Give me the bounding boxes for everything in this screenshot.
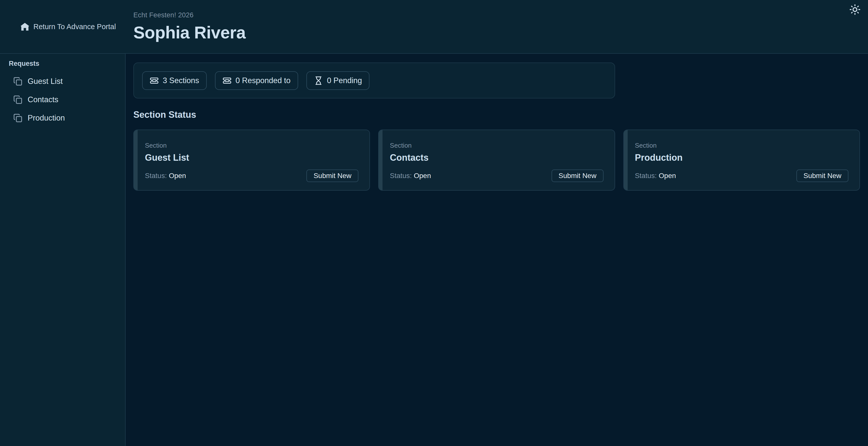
section-card-contacts: Section Contacts Status:Open Submit New: [378, 130, 615, 191]
submit-new-button[interactable]: Submit New: [797, 169, 848, 182]
return-link-label: Return To Advance Portal: [33, 23, 116, 31]
status-value: Open: [414, 172, 431, 180]
status-value: Open: [659, 172, 676, 180]
sidebar-section-label: Requests: [9, 60, 125, 68]
pending-count-label: 0 Pending: [327, 76, 362, 85]
stats-summary-card: 3 Sections 0 Responded to 0 Pending: [133, 63, 615, 98]
ticket-icon: [222, 76, 231, 85]
sidebar: Requests Guest List Contacts: [0, 54, 126, 446]
card-title: Production: [635, 153, 848, 163]
sidebar-item-contacts[interactable]: Contacts: [9, 90, 125, 109]
card-status: Status:Open: [635, 172, 676, 180]
card-bottom-row: Status:Open Submit New: [635, 169, 848, 182]
section-cards-grid: Section Guest List Status:Open Submit Ne…: [133, 130, 860, 191]
top-bar-left: Return To Advance Portal: [0, 0, 126, 53]
section-card-production: Section Production Status:Open Submit Ne…: [623, 130, 860, 191]
status-label: Status:: [390, 172, 412, 180]
sidebar-item-label: Guest List: [28, 77, 63, 86]
status-label: Status:: [635, 172, 657, 180]
page-title: Sophia Rivera: [133, 23, 868, 42]
card-kicker: Section: [635, 141, 848, 150]
card-status: Status:Open: [145, 172, 186, 180]
card-bottom-row: Status:Open Submit New: [390, 169, 603, 182]
card-bottom-row: Status:Open Submit New: [145, 169, 359, 182]
responded-count-chip[interactable]: 0 Responded to: [215, 71, 298, 90]
main-content: 3 Sections 0 Responded to 0 Pending: [126, 54, 868, 446]
sections-count-label: 3 Sections: [163, 76, 199, 85]
card-accent-bar: [379, 130, 382, 190]
card-title: Contacts: [390, 153, 603, 163]
sun-icon: [849, 4, 861, 15]
theme-toggle-button[interactable]: [848, 3, 862, 16]
submit-new-button[interactable]: Submit New: [552, 169, 603, 182]
status-value: Open: [169, 172, 186, 180]
sidebar-item-label: Contacts: [28, 95, 58, 104]
pending-count-chip[interactable]: 0 Pending: [306, 71, 370, 90]
card-kicker: Section: [145, 141, 359, 150]
sidebar-nav-list: Guest List Contacts Production: [9, 72, 125, 127]
sidebar-item-guest-list[interactable]: Guest List: [9, 72, 125, 90]
sidebar-item-production[interactable]: Production: [9, 109, 125, 127]
card-title: Guest List: [145, 153, 359, 163]
return-to-portal-link[interactable]: Return To Advance Portal: [20, 22, 116, 31]
event-name: Echt Feesten! 2026: [133, 11, 868, 19]
top-bar: Return To Advance Portal Echt Feesten! 2…: [0, 0, 868, 54]
responded-count-label: 0 Responded to: [236, 76, 290, 85]
copy-icon: [13, 114, 22, 123]
submit-new-button[interactable]: Submit New: [306, 169, 359, 182]
sections-count-chip[interactable]: 3 Sections: [142, 71, 207, 90]
section-status-heading: Section Status: [133, 109, 860, 120]
copy-icon: [13, 95, 22, 104]
ticket-icon: [150, 76, 159, 85]
section-card-guest-list: Section Guest List Status:Open Submit Ne…: [133, 130, 370, 191]
card-accent-bar: [624, 130, 628, 190]
hourglass-icon: [314, 76, 323, 85]
card-accent-bar: [134, 130, 137, 190]
sidebar-item-label: Production: [28, 114, 65, 123]
home-icon: [20, 22, 30, 31]
card-status: Status:Open: [390, 172, 431, 180]
copy-icon: [13, 77, 22, 86]
card-kicker: Section: [390, 141, 603, 150]
page-header: Echt Feesten! 2026 Sophia Rivera: [126, 0, 868, 53]
status-label: Status:: [145, 172, 167, 180]
app-root: Return To Advance Portal Echt Feesten! 2…: [0, 0, 868, 446]
body-row: Requests Guest List Contacts: [0, 54, 868, 446]
